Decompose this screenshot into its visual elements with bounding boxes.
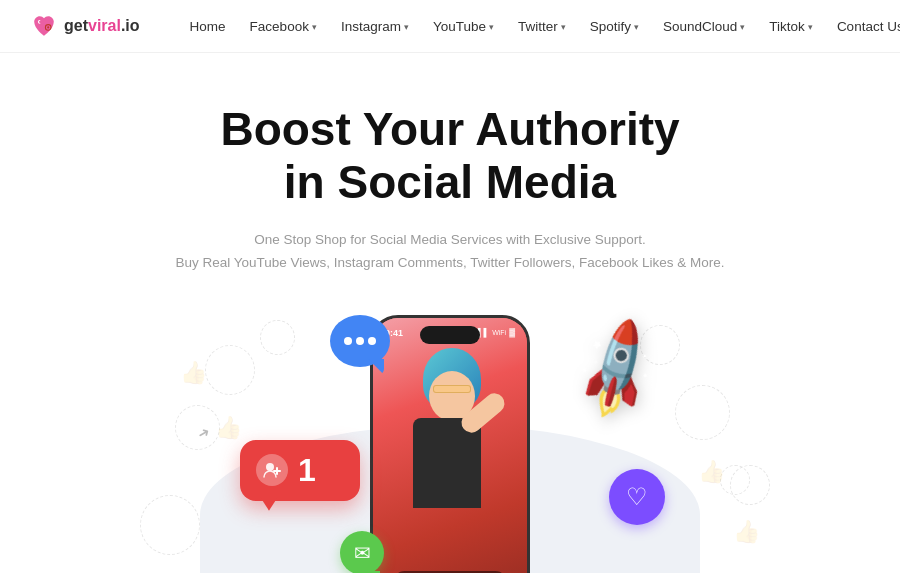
hero-title: Boost Your Authority in Social Media xyxy=(20,103,880,209)
rocket-float: 🚀 xyxy=(573,335,660,405)
nav-instagram-arrow: ▾ xyxy=(404,22,409,32)
nav-tiktok[interactable]: Tiktok ▾ xyxy=(759,13,823,40)
nav-youtube-arrow: ▾ xyxy=(489,22,494,32)
battery-icon: ▓ xyxy=(509,328,515,337)
header: getviral.io Home Facebook ▾ Instagram ▾ … xyxy=(0,0,900,53)
logo[interactable]: getviral.io xyxy=(30,12,140,40)
heart-icon: ♡ xyxy=(626,483,648,511)
dashed-circle-8 xyxy=(730,465,770,505)
hero-subtitle: One Stop Shop for Social Media Services … xyxy=(20,229,880,275)
hero-content: Boost Your Authority in Social Media One… xyxy=(0,53,900,573)
notif-body: 1 xyxy=(240,440,360,501)
nav-spotify[interactable]: Spotify ▾ xyxy=(580,13,649,40)
notif-content: 1 xyxy=(256,452,344,489)
notification-badge: 1 xyxy=(240,440,360,525)
purple-heart-float: ♡ xyxy=(609,469,665,525)
nav-contact[interactable]: Contact Us xyxy=(827,13,900,40)
dashed-circle-7 xyxy=(140,495,200,555)
phone-figure xyxy=(403,343,503,503)
thumb-icon-4: 👍 xyxy=(733,519,760,545)
nav-home[interactable]: Home xyxy=(180,13,236,40)
nav-soundcloud[interactable]: SoundCloud ▾ xyxy=(653,13,755,40)
chat-bubble-float xyxy=(330,315,398,375)
dashed-circle-1 xyxy=(205,345,255,395)
svg-point-2 xyxy=(266,463,274,471)
chat-bubble-body xyxy=(330,315,390,367)
nav-youtube[interactable]: YouTube ▾ xyxy=(423,13,504,40)
nav-soundcloud-arrow: ▾ xyxy=(740,22,745,32)
green-message-float: ✉ xyxy=(340,531,384,573)
wifi-icon: WiFi xyxy=(492,329,506,336)
message-icon: ✉ xyxy=(354,541,371,565)
chat-dot-2 xyxy=(356,337,364,345)
nav-facebook-arrow: ▾ xyxy=(312,22,317,32)
phone-notch xyxy=(420,326,480,344)
thumb-icon-2: 👍 xyxy=(215,415,242,441)
notif-person-icon xyxy=(256,454,288,486)
hero-visual: 👍 👍 👍 👍 ➜ xyxy=(20,305,880,573)
main-nav: Home Facebook ▾ Instagram ▾ YouTube ▾ Tw… xyxy=(180,13,900,40)
thumb-icon-3: 👍 xyxy=(698,459,725,485)
chat-bubble-dots xyxy=(344,337,376,345)
purple-heart-body: ♡ xyxy=(609,469,665,525)
logo-icon xyxy=(30,12,58,40)
nav-instagram[interactable]: Instagram ▾ xyxy=(331,13,419,40)
thumb-icon-1: 👍 xyxy=(180,360,207,386)
svg-point-1 xyxy=(47,26,49,28)
green-message-body: ✉ xyxy=(340,531,384,573)
nav-spotify-arrow: ▾ xyxy=(634,22,639,32)
nav-facebook[interactable]: Facebook ▾ xyxy=(240,13,327,40)
nav-twitter-arrow: ▾ xyxy=(561,22,566,32)
logo-text: getviral.io xyxy=(64,17,140,35)
chat-dot-1 xyxy=(344,337,352,345)
hero-section: Boost Your Authority in Social Media One… xyxy=(0,53,900,573)
chat-dot-3 xyxy=(368,337,376,345)
dashed-circle-2 xyxy=(260,320,295,355)
phone-figure-glasses xyxy=(433,385,471,393)
nav-tiktok-arrow: ▾ xyxy=(808,22,813,32)
nav-twitter[interactable]: Twitter ▾ xyxy=(508,13,576,40)
dashed-circle-5 xyxy=(675,385,730,440)
notif-number: 1 xyxy=(298,452,316,489)
